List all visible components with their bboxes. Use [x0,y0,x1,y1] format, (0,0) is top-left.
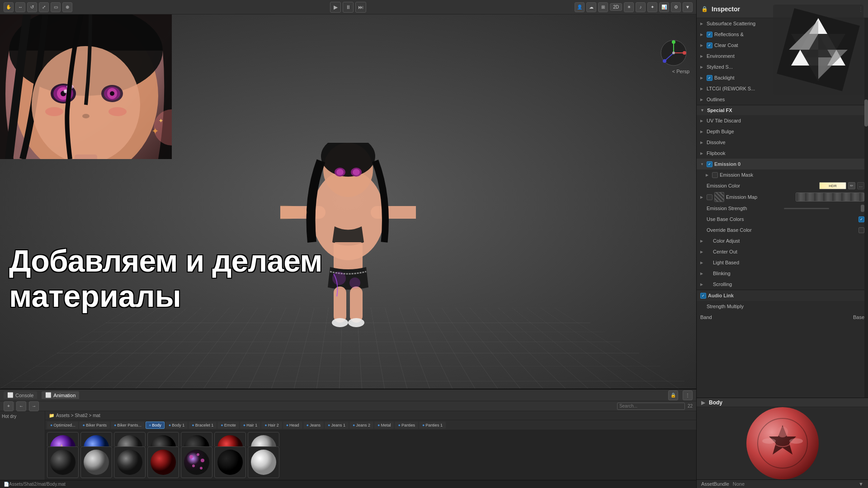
special-fx-header[interactable]: ▼ Special FX [697,105,868,115]
asset-label-emote[interactable]: ●Emote [217,422,239,429]
emission-strength-handle[interactable] [861,205,864,212]
asset-label-optimized...[interactable]: ●Optimized... [47,422,78,429]
inspector-row-audio-link[interactable]: ✓ Audio Link [697,290,868,301]
inspector-row-outlines[interactable]: ▶ Outlines [697,94,868,105]
inspector-row-band[interactable]: Band Base [697,312,868,323]
inspector-row-emission-map[interactable]: ▶ Emission Map [697,191,868,203]
inspector-row-center-out[interactable]: ▶ Center Out [697,246,868,257]
inspector-row-emission-mask[interactable]: ▶ Emission Mask [697,169,868,180]
assets-arrow-btn[interactable]: ← [16,401,26,411]
inspector-row-ltcgi[interactable]: ▶ LTCGI (REWORK S... [697,83,868,94]
emission-color-edit-btn[interactable]: ✏ [848,182,855,189]
asset-label-biker-pants...[interactable]: ●Biker Pants... [111,422,145,429]
assets-add-btn[interactable]: + [4,401,14,411]
play-button[interactable]: ▶ [330,2,341,13]
inspector-row-clearcoat[interactable]: ▶ ✓ Clear Coat [697,40,868,51]
inspector-content[interactable]: ▶ Subsurface Scattering ▶ ✓ Reflections … [697,18,868,398]
inspector-row-use-base-colors[interactable]: Use Base Colors ✓ [697,214,868,225]
checkbox-emission-map[interactable] [707,194,712,200]
emission-map-thumb[interactable] [714,192,724,202]
asset-label-jeans-2[interactable]: ●Jeans 2 [349,422,373,429]
assets-forward-btn[interactable]: → [29,401,39,411]
asset-thumb-3[interactable] [147,432,179,446]
asset-thumb-r2-3[interactable] [147,446,179,478]
inspector-row-override-base[interactable]: Override Base Color [697,225,868,235]
emission-color-swatch[interactable]: HDR [819,182,846,189]
inspector-row-color-adjust[interactable]: ▶ Color Adjust [697,235,868,246]
asset-label-hair-2[interactable]: ●Hair 2 [261,422,282,429]
toolbar-fx-btn[interactable]: ✦ [647,2,657,12]
asset-thumb-r2-6[interactable] [248,446,279,478]
asset-label-bracelet-1[interactable]: ●Bracelet 1 [189,422,217,429]
asset-label-jeans[interactable]: ●Jeans [303,422,324,429]
asset-thumb-0[interactable]: ⭐ [47,432,79,446]
asset-thumb-r2-0[interactable] [47,446,79,478]
toolbar-gizmos-btn[interactable]: ⚙ [671,2,681,12]
inspector-row-emission0[interactable]: ▼ ✓ Emission 0 [697,159,868,169]
inspector-row-strength-multiply[interactable]: Strength Multiply [697,301,868,312]
inspector-scrollbar-thumb[interactable] [864,99,868,127]
toolbar-cloud-btn[interactable]: ☁ [586,2,596,12]
bottom-lock-btn[interactable]: 🔒 [668,390,678,400]
toolbar-rotate-btn[interactable]: ↺ [27,2,37,12]
inspector-more-icon[interactable]: ⋮ [858,6,863,12]
inspector-row-stylized[interactable]: ▶ Stylized S... [697,61,868,72]
asset-thumb-5[interactable] [214,432,246,446]
asset-label-head[interactable]: ●Head [283,422,302,429]
checkbox-override-base[interactable] [859,227,864,233]
scene-gizmo[interactable] [660,39,687,66]
tab-animation[interactable]: ⬜ Animation [42,391,79,399]
toolbar-2d-btn[interactable]: 2D [610,3,622,11]
inspector-row-reflections[interactable]: ▶ ✓ Reflections & [697,29,868,40]
asset-thumb-r2-1[interactable] [80,446,112,478]
checkbox-clearcoat[interactable]: ✓ [707,42,712,48]
inspector-row-backlight[interactable]: ▶ ✓ Backlight [697,72,868,83]
inspector-row-environ[interactable]: ▶ Environment [697,51,868,61]
asset-label-panties-1[interactable]: ●Panties 1 [419,422,446,429]
inspector-row-scrolling[interactable]: ▶ Scrolling [697,279,868,290]
inspector-row-emission-color[interactable]: Emission Color HDR ✏ … [697,180,868,191]
checkbox-use-base-colors[interactable]: ✓ [859,216,864,222]
inspector-row-blinking[interactable]: ▶ Blinking [697,268,868,279]
checkbox-emission0[interactable]: ✓ [707,161,712,167]
asset-label-biker-pants[interactable]: ●Biker Pants [79,422,109,429]
inspector-row-light-based[interactable]: ▶ Light Based [697,257,868,268]
inspector-row-depthbulge[interactable]: ▶ Depth Bulge [697,126,868,137]
tab-console[interactable]: ⬜ Console [4,391,37,399]
checkbox-reflections[interactable]: ✓ [707,32,712,38]
asset-thumb-6[interactable] [248,432,279,446]
toolbar-light-btn[interactable]: ☀ [624,2,634,12]
material-preview-sphere[interactable] [746,407,819,479]
bottom-more-btn[interactable]: ⋮ [683,390,693,400]
toolbar-stats-btn[interactable]: 📊 [659,2,669,12]
inspector-row-dissolve[interactable]: ▶ Dissolve [697,137,868,148]
viewport-3d[interactable]: ✦ ✦ [0,14,696,389]
inspector-row-emission-strength[interactable]: Emission Strength [697,203,868,214]
toolbar-rect-btn[interactable]: ▭ [51,2,61,12]
asset-thumb-2[interactable] [114,432,146,446]
toolbar-move-btn[interactable]: ↔ [15,2,25,12]
toolbar-all-btn[interactable]: ⊕ [62,2,72,12]
toolbar-audio-btn[interactable]: ♪ [636,2,646,12]
asset-label-hair-1[interactable]: ●Hair 1 [240,422,260,429]
asset-thumb-1[interactable] [80,432,112,446]
asset-label-metal[interactable]: ●Metal [374,422,394,429]
step-button[interactable]: ⏭ [355,2,366,13]
asset-thumb-r2-4[interactable] [181,446,212,478]
asset-thumb-r2-2[interactable] [114,446,146,478]
toolbar-account-btn[interactable]: 👤 [575,2,585,12]
emission-color-extra-btn[interactable]: … [857,182,864,189]
checkbox-emission-mask[interactable] [712,172,718,178]
asset-label-jeans-1[interactable]: ●Jeans 1 [325,422,349,429]
asset-label-panties[interactable]: ●Panties [395,422,418,429]
inspector-row-subsurface[interactable]: ▶ Subsurface Scattering [697,18,868,29]
body-panel-arrow[interactable]: ▶ [701,399,705,406]
checkbox-backlight[interactable]: ✓ [707,75,712,81]
toolbar-hand-btn[interactable]: ✋ [4,2,14,12]
asset-thumb-r2-5[interactable] [214,446,246,478]
toolbar-layers-btn[interactable]: ⊞ [598,2,608,12]
toolbar-more-btn[interactable]: ▼ [683,2,693,12]
asset-label-body[interactable]: ●Body [146,422,165,429]
assets-search-input[interactable] [617,403,685,410]
pause-button[interactable]: ⏸ [343,2,354,13]
